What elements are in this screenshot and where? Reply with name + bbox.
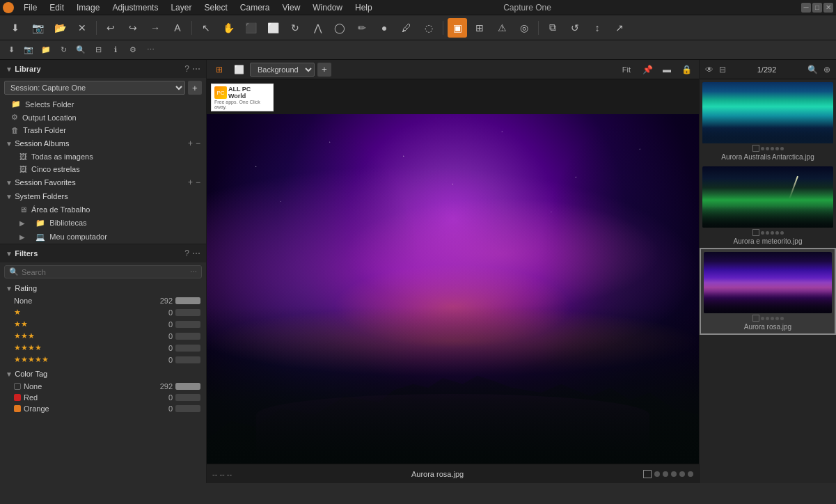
add-view-button[interactable]: + bbox=[317, 63, 331, 77]
import-icon-btn[interactable]: ⬇ bbox=[3, 42, 19, 58]
cursor-tool[interactable]: ↖ bbox=[196, 18, 216, 38]
copy-button[interactable]: ⧉ bbox=[543, 18, 562, 38]
eye-tool[interactable]: ◎ bbox=[514, 18, 534, 38]
menu-layer[interactable]: Layer bbox=[165, 1, 197, 14]
single-view-button[interactable]: ⬜ bbox=[230, 61, 247, 78]
pan-tool[interactable]: ✋ bbox=[219, 18, 238, 38]
camera-icon-btn[interactable]: 📷 bbox=[20, 42, 37, 58]
thumbnail-3[interactable]: Aurora rosa.jpg bbox=[700, 248, 836, 335]
thumb-checkbox-1[interactable] bbox=[752, 145, 759, 152]
draw-tool[interactable]: ✏ bbox=[352, 18, 372, 38]
pin-button[interactable]: 📌 bbox=[639, 61, 656, 78]
nav-dot-1[interactable] bbox=[654, 471, 660, 477]
session-favorites-header[interactable]: ▼ Session Favorites + − bbox=[0, 175, 206, 189]
nav-dot-2[interactable] bbox=[663, 471, 668, 477]
minimize-button[interactable]: ─ bbox=[801, 3, 811, 13]
system-folders-header[interactable]: ▼ System Folders bbox=[0, 189, 206, 203]
maximize-button[interactable]: □ bbox=[812, 3, 822, 13]
rotate-tool[interactable]: ↻ bbox=[285, 18, 305, 38]
reset-button[interactable]: ↺ bbox=[565, 18, 585, 38]
nav-dot-3[interactable] bbox=[671, 471, 677, 477]
thumbnail-2[interactable]: Aurora e meteorito.jpg bbox=[700, 164, 836, 248]
warning-tool[interactable]: ⚠ bbox=[492, 18, 512, 38]
cinco-estrelas-item[interactable]: 🖼 Cinco estrelas bbox=[0, 163, 206, 175]
library-header[interactable]: ▼ Library ? ⋯ bbox=[0, 60, 206, 78]
session-favorites-minus-icon[interactable]: − bbox=[196, 178, 200, 187]
image-viewer[interactable] bbox=[207, 114, 699, 464]
info-icon-btn[interactable]: ℹ bbox=[107, 42, 124, 58]
refresh-icon-btn[interactable]: ↻ bbox=[55, 42, 72, 58]
grid-view-button[interactable]: ⊞ bbox=[211, 61, 228, 78]
sync-button[interactable]: ↕ bbox=[587, 18, 607, 38]
thumb-checkbox-2[interactable] bbox=[752, 229, 759, 236]
settings-icon-btn[interactable]: ⚙ bbox=[125, 42, 141, 58]
search-options-icon[interactable]: ⋯ bbox=[190, 268, 197, 276]
library-options-icon[interactable]: ⋯ bbox=[192, 64, 200, 74]
background-dropdown[interactable]: Background bbox=[250, 63, 315, 77]
todas-imagens-item[interactable]: 🖼 Todas as imagens bbox=[0, 150, 206, 163]
open-folder-button[interactable]: 📂 bbox=[50, 18, 70, 38]
zoom-slider[interactable]: ▬ bbox=[658, 61, 675, 78]
spot-tool[interactable]: ● bbox=[374, 18, 394, 38]
menu-view[interactable]: View bbox=[277, 1, 306, 14]
menu-window[interactable]: Window bbox=[307, 1, 348, 14]
camera-button[interactable]: 📷 bbox=[28, 18, 47, 38]
grid-tool[interactable]: ⊞ bbox=[470, 18, 489, 38]
menu-adjustments[interactable]: Adjustments bbox=[107, 1, 164, 14]
menu-edit[interactable]: Edit bbox=[44, 1, 70, 14]
session-albums-add-icon[interactable]: + bbox=[188, 139, 193, 148]
trash-folder-item[interactable]: 🗑 Trash Folder bbox=[0, 124, 206, 136]
zoom-in-button[interactable]: 🔍 bbox=[806, 63, 819, 76]
session-add-button[interactable]: + bbox=[188, 81, 202, 95]
undo-button[interactable]: ↩ bbox=[101, 18, 120, 38]
color-tag-filter-header[interactable]: ▼ Color Tag bbox=[0, 367, 206, 381]
thumbnail-1[interactable]: Aurora Australis Antarctica.jpg bbox=[700, 79, 836, 164]
nav-dot-5[interactable] bbox=[688, 471, 693, 477]
menu-image[interactable]: Image bbox=[71, 1, 105, 14]
filters-options-icon[interactable]: ⋯ bbox=[192, 249, 200, 258]
circle-tool[interactable]: ◯ bbox=[330, 18, 349, 38]
delete-button[interactable]: ✕ bbox=[72, 18, 92, 38]
output-location-item[interactable]: ⚙ Output Location bbox=[0, 111, 206, 124]
desktop-item[interactable]: 🖥 Área de Trabalho bbox=[0, 203, 206, 216]
lock-viewer-button[interactable]: 🔒 bbox=[678, 61, 695, 78]
exposure-tool[interactable]: ▣ bbox=[448, 18, 467, 38]
library-help-icon[interactable]: ? bbox=[184, 64, 189, 74]
compare-button[interactable]: ⊟ bbox=[718, 63, 727, 76]
filter-icon-btn[interactable]: ⊟ bbox=[90, 42, 107, 58]
lasso-tool[interactable]: ⋀ bbox=[308, 18, 327, 38]
eye-view-button[interactable]: 👁 bbox=[704, 63, 715, 76]
export-button[interactable]: ↗ bbox=[610, 18, 629, 38]
session-albums-header[interactable]: ▼ Session Albums + − bbox=[0, 136, 206, 150]
nav-dot-4[interactable] bbox=[679, 471, 685, 477]
computer-item[interactable]: ▶ 💻 Meu computador bbox=[0, 230, 206, 244]
filters-header[interactable]: ▼ Filters ? ⋯ bbox=[0, 244, 206, 262]
erase-tool[interactable]: ◌ bbox=[419, 18, 439, 38]
session-albums-minus-icon[interactable]: − bbox=[196, 139, 200, 148]
menu-file[interactable]: File bbox=[18, 1, 42, 14]
menu-camera[interactable]: Camera bbox=[235, 1, 276, 14]
search-input[interactable] bbox=[22, 268, 190, 276]
image-checkbox[interactable] bbox=[643, 470, 652, 478]
libraries-item[interactable]: ▶ 📁 Bibliotecas bbox=[0, 216, 206, 230]
session-dropdown[interactable]: Session: Capture One bbox=[4, 81, 185, 95]
crop-tool[interactable]: ⬜ bbox=[263, 18, 283, 38]
download-button[interactable]: ⬇ bbox=[6, 18, 25, 38]
rating-filter-header[interactable]: ▼ Rating bbox=[0, 281, 206, 295]
pen-tool[interactable]: 🖊 bbox=[397, 18, 416, 38]
more-icon-btn[interactable]: ⋯ bbox=[142, 42, 159, 58]
redo-button[interactable]: ↪ bbox=[123, 18, 143, 38]
text-button[interactable]: A bbox=[168, 18, 187, 38]
search-icon-btn[interactable]: 🔍 bbox=[72, 42, 89, 58]
crop-rect-tool[interactable]: ⬛ bbox=[241, 18, 260, 38]
selects-folder-item[interactable]: 📁 Selects Folder bbox=[0, 97, 206, 111]
zoom-out-button[interactable]: ⊕ bbox=[822, 63, 832, 76]
thumb-checkbox-3[interactable] bbox=[752, 315, 759, 322]
filters-help-icon[interactable]: ? bbox=[184, 249, 189, 258]
close-button[interactable]: ✕ bbox=[823, 3, 833, 13]
forward-button[interactable]: → bbox=[145, 18, 165, 38]
folder-icon-btn[interactable]: 📁 bbox=[38, 42, 54, 58]
session-favorites-add-icon[interactable]: + bbox=[188, 178, 193, 187]
menu-help[interactable]: Help bbox=[349, 1, 378, 14]
ad-banner[interactable]: PC ALL PC World Free apps. One Click awa… bbox=[211, 84, 274, 111]
